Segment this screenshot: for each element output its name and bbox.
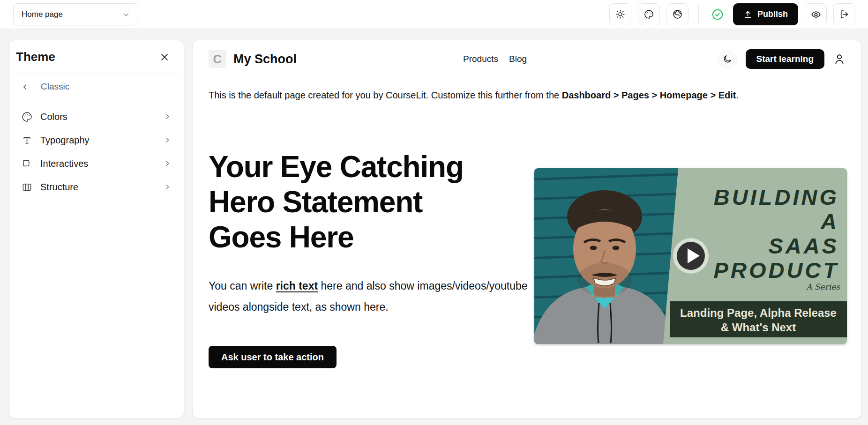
video-title-line: PRODUCT <box>714 258 839 283</box>
menu-item-structure[interactable]: Structure <box>9 175 184 199</box>
video-banner-line: & What's Next <box>721 321 796 334</box>
page-selector-dropdown[interactable]: Home page <box>13 3 138 25</box>
menu-item-interactives[interactable]: Interactives <box>9 152 184 175</box>
hero-text-column: Your Eye Catching Hero Statement Goes He… <box>209 149 534 368</box>
hero-cta-button[interactable]: Ask user to take action <box>209 346 337 368</box>
structure-icon <box>22 182 32 193</box>
hero-heading: Your Eye Catching Hero Statement Goes He… <box>209 149 534 255</box>
hero-paragraph: You can write rich text here and also sh… <box>209 276 532 318</box>
topbar-actions: Publish <box>609 3 855 25</box>
chevron-right-icon <box>164 183 171 191</box>
moon-icon <box>723 54 732 64</box>
theme-panel: Theme Classic Colors <box>9 40 184 418</box>
site-nav: Products Blog <box>463 54 527 64</box>
theme-name: Classic <box>41 82 69 92</box>
publish-label: Publish <box>757 9 788 19</box>
user-icon[interactable] <box>833 53 846 65</box>
chevron-down-icon <box>122 10 130 19</box>
status-check-icon <box>711 8 724 21</box>
video-thumbnail-art: BUILDING A SAAS PRODUCT A Series Landing… <box>534 168 847 344</box>
chevron-right-icon <box>164 136 171 144</box>
site-header-divider <box>200 78 854 78</box>
menu-item-typography[interactable]: Typography <box>9 128 184 152</box>
palette-icon <box>644 9 654 19</box>
theme-colors-button[interactable] <box>638 3 660 25</box>
video-title-line: BUILDING <box>714 185 839 209</box>
menu-item-label: Structure <box>40 182 78 193</box>
interactives-icon <box>22 158 32 169</box>
theme-back-row[interactable]: Classic <box>9 73 184 92</box>
sun-icon <box>615 9 625 19</box>
hero-heading-line: Goes Here <box>209 220 534 255</box>
editor-topbar: Home page <box>0 0 868 29</box>
video-thumbnail[interactable]: BUILDING A SAAS PRODUCT A Series Landing… <box>534 168 847 344</box>
chevron-right-icon <box>164 113 171 120</box>
theme-panel-header: Theme <box>9 40 184 73</box>
start-learning-button[interactable]: Start learning <box>746 49 824 69</box>
default-page-notice: This is the default page created for you… <box>209 89 846 102</box>
logout-icon <box>839 9 849 19</box>
site-logo[interactable]: C <box>209 50 226 68</box>
video-title-line: A <box>820 209 839 234</box>
page-preview: C My School Products Blog Start learning <box>193 40 861 418</box>
site-title: My School <box>233 52 297 67</box>
globe-icon <box>673 9 682 19</box>
notice-text: This is the default page created for you… <box>209 90 562 100</box>
site-header-actions: Start learning <box>718 49 846 69</box>
palette-icon <box>22 112 32 122</box>
video-series-label: A Series <box>806 282 840 291</box>
hero-media-column: BUILDING A SAAS PRODUCT A Series Landing… <box>534 168 847 344</box>
dark-mode-toggle[interactable] <box>718 50 737 68</box>
video-title-line: SAAS <box>768 233 839 258</box>
hero-paragraph-pre: You can write <box>209 280 276 292</box>
hero-heading-line: Your Eye Catching <box>209 149 534 185</box>
menu-item-label: Colors <box>40 112 67 122</box>
play-button[interactable] <box>673 238 709 274</box>
eye-icon <box>811 9 821 20</box>
chevron-right-icon <box>164 160 171 167</box>
chevron-left-icon <box>21 83 29 91</box>
notice-breadcrumb: Dashboard > Pages > Homepage > Edit <box>562 90 736 100</box>
theme-menu: Colors Typography Inter <box>9 105 184 199</box>
page-selector-value: Home page <box>22 10 63 19</box>
upload-icon <box>743 10 752 19</box>
hero-heading-line: Hero Statement <box>209 185 534 220</box>
video-banner-line: Landing Page, Alpha Release <box>680 306 837 319</box>
rich-text-link[interactable]: rich text <box>276 280 318 292</box>
logo-letter: C <box>213 52 222 67</box>
menu-item-label: Typography <box>40 135 90 146</box>
site-header: C My School Products Blog Start learning <box>193 40 861 78</box>
menu-item-label: Interactives <box>40 158 88 169</box>
notice-suffix: . <box>736 90 739 100</box>
topbar-divider <box>698 6 699 23</box>
close-panel-button[interactable] <box>158 51 171 63</box>
site-settings-button[interactable] <box>666 3 688 25</box>
publish-button[interactable]: Publish <box>733 3 798 25</box>
nav-link-products[interactable]: Products <box>463 54 498 64</box>
nav-link-blog[interactable]: Blog <box>509 54 527 64</box>
hero-section: Your Eye Catching Hero Statement Goes He… <box>193 149 861 368</box>
preview-button[interactable] <box>805 3 827 25</box>
typography-icon <box>22 135 32 146</box>
close-icon <box>159 52 170 62</box>
menu-item-colors[interactable]: Colors <box>9 105 184 128</box>
panel-title: Theme <box>16 50 55 64</box>
exit-editor-button[interactable] <box>833 3 855 25</box>
light-mode-button[interactable] <box>609 3 631 25</box>
